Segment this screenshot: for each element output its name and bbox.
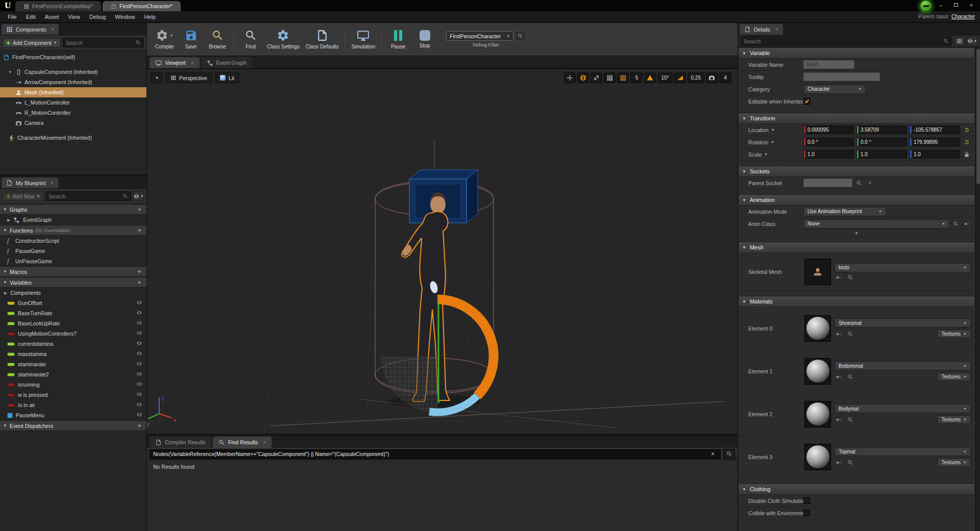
property-matrix-button[interactable] [954,36,965,46]
parent-class-link[interactable]: Character [951,13,975,19]
textures-button[interactable]: Textures ▼ [937,458,971,467]
variable-row[interactable]: Is in air [0,400,146,410]
save-button[interactable]: Save [178,24,204,54]
asset-tab-firstpersoncharacter[interactable]: FirstPersonCharacter* [103,1,181,11]
details-search-input[interactable] [744,38,943,44]
details-scrollbar[interactable] [975,47,980,531]
rotation-z-field[interactable]: 179.99895 [910,138,960,146]
eye-icon[interactable] [136,401,142,409]
eye-icon[interactable] [136,412,142,419]
sockets-section-header[interactable]: ▼ Sockets [738,166,975,177]
add-macro-button[interactable]: + [135,268,143,275]
menu-debug[interactable]: Debug [85,12,110,21]
collapse-icon[interactable]: ▼ [3,228,7,233]
component-row-capsule[interactable]: ▼ CapsuleComponent (Inherited) [0,67,146,77]
tutorials-button[interactable] [920,0,932,12]
use-selected-icon[interactable] [835,331,843,337]
variable-category-components[interactable]: ▶ Components [0,288,146,298]
use-selected-icon[interactable] [835,417,843,423]
variables-section-header[interactable]: ▼ Variables + [0,277,146,288]
material-dropdown[interactable]: Bottommat ▼ [835,361,971,370]
scale-x-field[interactable]: 1.0 [803,150,854,159]
graphs-section-header[interactable]: ▼ Graphs + [0,204,146,215]
component-row-arrow[interactable]: ArrowComponent (Inherited) [0,77,146,87]
expander-icon[interactable]: ▼ [8,70,13,74]
component-row-mesh[interactable]: Mesh (Inherited) [0,87,146,97]
disable-cloth-simulation-checkbox[interactable] [803,497,810,504]
mesh-section-header[interactable]: ▼ Mesh [738,242,975,253]
asset-tab-firstpersonexamplemap[interactable]: FirstPersonExampleMap* [15,1,101,11]
debug-find-button[interactable] [515,31,526,41]
scale-snap-toggle[interactable] [674,72,686,83]
advanced-expander[interactable]: ▼ [738,230,975,237]
debug-object-dropdown[interactable]: FirstPersonCharacter ▼ [446,31,513,41]
material-thumbnail[interactable] [804,444,831,470]
eye-icon[interactable] [136,320,142,327]
menu-window[interactable]: Window [110,12,139,21]
browse-asset-icon[interactable] [846,460,854,466]
visibility-filter-button[interactable]: ▼ [133,191,144,201]
material-dropdown[interactable]: Topmat ▼ [835,447,971,456]
use-selected-icon[interactable] [835,274,843,281]
scale-y-field[interactable]: 1.0 [856,150,907,159]
details-panel-tab[interactable]: Details × [740,24,783,35]
clear-query-icon[interactable]: × [708,450,717,458]
variable-row[interactable]: UsingMotionControllers? [0,328,146,339]
lit-mode-button[interactable]: Lit [215,72,239,83]
material-thumbnail[interactable] [804,401,831,427]
lock-scale-icon[interactable] [963,151,971,158]
browse-asset-icon[interactable] [846,331,854,337]
graph-item-eventgraph[interactable]: ▶ EventGraph [0,215,146,225]
surface-snap-button[interactable] [604,72,616,83]
material-dropdown[interactable]: Bodymat ▼ [835,404,971,413]
add-event-dispatcher-button[interactable]: + [135,422,143,429]
skeletal-mesh-thumbnail[interactable] [804,259,831,285]
browse-asset-icon[interactable] [846,417,854,423]
viewport-3d[interactable]: z y x ▼ Perspective Lit [147,69,738,434]
scale-snap-value[interactable]: 0.25 [688,72,704,83]
category-dropdown[interactable]: Character ▼ [803,85,866,94]
menu-edit[interactable]: Edit [21,12,40,21]
eye-icon[interactable] [136,350,142,358]
event-dispatchers-section-header[interactable]: ▼ Event Dispatchers + [0,420,146,431]
macros-section-header[interactable]: ▼ Macros + [0,266,146,277]
translate-tool-button[interactable] [564,72,576,83]
simulation-button[interactable]: Simulation [348,24,378,54]
variable-row[interactable]: BaseTurnRate [0,308,146,318]
reset-to-default-icon[interactable] [963,127,971,133]
variable-row[interactable]: maxstamina [0,349,146,359]
component-row-l-motioncontroller[interactable]: L_MotionController [0,97,146,108]
collapse-icon[interactable]: ▼ [3,269,7,274]
stop-button[interactable]: Stop [411,24,438,54]
functions-section-header[interactable]: ▼ Functions (31 Overridable) + [0,225,146,236]
search-socket-icon[interactable] [855,180,863,186]
scale-tool-button[interactable] [591,72,602,83]
rotation-x-field[interactable]: 0.0 ° [803,138,854,146]
compile-options-caret[interactable]: ▼ [170,34,174,37]
tab-viewport[interactable]: Viewport × [150,57,200,68]
add-component-button[interactable]: ✚ Add Component ▼ [3,38,61,47]
skeletal-mesh-dropdown[interactable]: biobi ▼ [835,263,971,272]
menu-file[interactable]: File [3,12,21,21]
rotation-label[interactable]: Rotation▼ [738,139,803,145]
find-button[interactable]: Find [237,24,264,54]
use-selected-icon[interactable] [835,460,843,466]
compile-button[interactable]: ▼ Compile [151,24,178,54]
variable-row[interactable]: currentstamina [0,339,146,349]
components-search-input[interactable] [66,40,135,46]
expander-icon[interactable]: ▶ [4,291,7,295]
class-settings-button[interactable]: Class Settings [264,24,303,54]
anim-class-dropdown[interactable]: None ▼ [803,219,949,229]
material-thumbnail[interactable] [804,315,831,342]
add-graph-button[interactable]: + [135,206,143,213]
close-icon[interactable]: × [191,60,194,66]
browse-asset-icon[interactable] [846,374,854,380]
material-thumbnail[interactable] [804,358,831,385]
scrollbar-thumb[interactable] [976,49,980,184]
close-button[interactable]: × [965,1,978,9]
animation-section-header[interactable]: ▼ Animation [738,194,975,206]
eye-icon[interactable] [136,391,142,398]
variable-row[interactable]: GunOffset [0,298,146,308]
component-row-charactermovement[interactable]: CharacterMovement (Inherited) [0,133,146,143]
component-row-self[interactable]: FirstPersonCharacter(self) [0,52,146,62]
